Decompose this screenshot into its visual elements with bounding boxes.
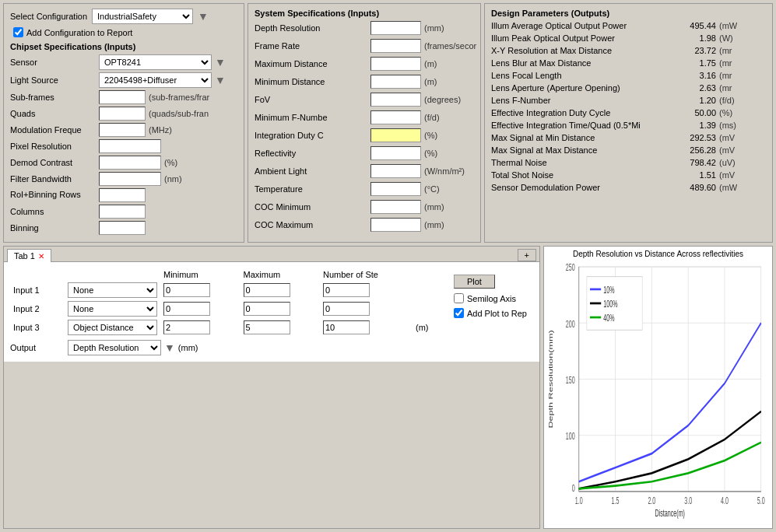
min-dist-unit: (m) bbox=[424, 77, 437, 86]
min-dist-row: Minimum Distance 1.000 (m) bbox=[255, 75, 474, 89]
light-source-select[interactable]: 22045498+Diffuser bbox=[99, 72, 212, 88]
input-max-2[interactable] bbox=[244, 320, 290, 334]
max-dist-unit: (m) bbox=[424, 59, 437, 68]
input-row-1: Input 2 None bbox=[10, 299, 441, 318]
output-value-13: 489.60 bbox=[673, 183, 716, 192]
input-steps-1[interactable] bbox=[323, 302, 370, 316]
output-label-6: Lens F-Number bbox=[491, 96, 670, 105]
input-min-1[interactable] bbox=[163, 302, 210, 316]
max-dist-input[interactable]: 5.000 bbox=[370, 57, 421, 71]
output-row-9: Max Signal at Min Distance 292.53 (mV bbox=[491, 133, 766, 142]
demod-row: Demod Contrast 26.20 (%) bbox=[10, 156, 237, 170]
rows-input[interactable]: 240 bbox=[99, 188, 146, 202]
config-dropdown-icon[interactable]: ▼ bbox=[198, 10, 209, 23]
coc-max-input[interactable]: 100.000 bbox=[370, 218, 421, 232]
output-unit-0: (mW bbox=[719, 21, 737, 30]
coc-min-label: COC Minimum bbox=[255, 202, 367, 212]
temp-input[interactable]: 25.000 bbox=[370, 182, 421, 196]
cols-input[interactable]: 320 bbox=[99, 205, 146, 219]
max-dist-row: Maximum Distance 5.000 (m) bbox=[255, 57, 474, 71]
col-header-empty bbox=[10, 268, 65, 281]
input-min-2[interactable] bbox=[163, 320, 210, 334]
quads-input[interactable]: 6 bbox=[99, 107, 146, 121]
min-dist-input[interactable]: 1.000 bbox=[370, 75, 421, 89]
chipset-title: Chipset Specifications (Inputs) bbox=[10, 42, 237, 51]
right-controls: Plot Semilog Axis Add Plot to Rep bbox=[448, 268, 533, 355]
tab-content: Minimum Maximum Number of Ste Input 1 No… bbox=[4, 261, 539, 362]
filterbw-label: Filter Bandwidth bbox=[10, 174, 96, 184]
add-config-row: Add Configuration to Report bbox=[13, 27, 237, 37]
quads-unit: (quads/sub-fran bbox=[149, 109, 209, 118]
input-row-0: Input 1 None bbox=[10, 281, 441, 299]
reflectivity-input[interactable]: 40.000 bbox=[370, 146, 421, 160]
subframes-label: Sub-frames bbox=[10, 93, 96, 102]
input-max-1[interactable] bbox=[244, 302, 290, 316]
integ-duty-unit: (%) bbox=[424, 131, 437, 140]
input-max-0[interactable] bbox=[244, 283, 290, 297]
semilog-checkbox[interactable] bbox=[454, 293, 464, 303]
depth-res-row: Depth Resolution 250.000 (mm) bbox=[255, 21, 474, 35]
max-dist-label: Maximum Distance bbox=[255, 59, 367, 68]
tab-1-close[interactable]: ✕ bbox=[38, 252, 44, 261]
tab-1[interactable]: Tab 1 ✕ bbox=[7, 249, 51, 262]
ambient-row: Ambient Light 0.100 (W/nm/m²) bbox=[255, 164, 474, 178]
svg-text:1.0: 1.0 bbox=[575, 495, 583, 506]
pixres-input[interactable]: 240 x 320 bbox=[99, 139, 161, 153]
output-unit-11: (uV) bbox=[719, 158, 736, 167]
coc-min-unit: (mm) bbox=[424, 202, 444, 212]
input-dropdown-1[interactable]: None bbox=[68, 301, 157, 317]
svg-text:4.0: 4.0 bbox=[721, 495, 729, 506]
input-steps-0[interactable] bbox=[323, 283, 370, 297]
chart-panel: Depth Resolution vs Distance Across refl… bbox=[543, 246, 773, 529]
input-min-0[interactable] bbox=[163, 283, 210, 297]
output-row-13: Sensor Demodulation Power 489.60 (mW bbox=[491, 183, 766, 192]
output-row-1: Illum Peak Optical Output Power 1.98 (W) bbox=[491, 33, 766, 43]
subframes-input[interactable]: 2 bbox=[99, 90, 146, 104]
svg-text:150: 150 bbox=[566, 375, 575, 386]
temp-label: Temperature bbox=[255, 184, 367, 194]
tab-add-button[interactable]: + bbox=[518, 249, 536, 261]
output-row-0: Illum Average Optical Output Power 495.4… bbox=[491, 21, 766, 30]
output-unit-8: (ms) bbox=[719, 121, 736, 130]
depth-chart: 250 200 150 100 0 1.0 1.5 2.0 3.0 4.0 5.… bbox=[547, 260, 769, 520]
binning-input[interactable]: 1 bbox=[99, 221, 146, 235]
input-steps-2[interactable] bbox=[323, 320, 370, 334]
input-row-2: Input 3 Object Distance (m) bbox=[10, 318, 441, 337]
demod-label: Demod Contrast bbox=[10, 158, 96, 167]
fov-label: FoV bbox=[255, 95, 367, 104]
output-row-6: Lens F-Number 1.20 (f/d) bbox=[491, 96, 766, 105]
output-row-5: Lens Aperture (Aperture Opening) 2.63 (m… bbox=[491, 83, 766, 93]
output-dropdown[interactable]: Depth Resolution bbox=[68, 340, 161, 355]
coc-min-input[interactable]: 100.000 bbox=[370, 200, 421, 214]
input-unit-2: (m) bbox=[413, 318, 441, 337]
add-config-checkbox[interactable] bbox=[13, 27, 23, 37]
config-select[interactable]: IndustrialSafety bbox=[92, 9, 193, 24]
frame-rate-input[interactable]: 30.000 bbox=[370, 39, 421, 53]
input-dropdown-2[interactable]: Object Distance bbox=[68, 320, 157, 335]
output-label-4: Lens Focal Length bbox=[491, 71, 670, 80]
col-header-max: Maximum bbox=[241, 268, 321, 281]
integ-duty-input[interactable]: 50.000 bbox=[370, 128, 421, 142]
output-value-5: 2.63 bbox=[673, 83, 716, 93]
depth-res-input[interactable]: 250.000 bbox=[370, 21, 421, 35]
output-dropdown-icon[interactable]: ▼ bbox=[164, 341, 175, 354]
cols-label: Columns bbox=[10, 207, 96, 216]
modfreq-input[interactable]: 75.000 bbox=[99, 123, 146, 137]
depth-res-label: Depth Resolution bbox=[255, 23, 367, 33]
min-dist-label: Minimum Distance bbox=[255, 77, 367, 86]
sensor-select[interactable]: OPT8241 bbox=[99, 54, 212, 70]
fov-input[interactable]: 87.000 bbox=[370, 93, 421, 107]
input-dropdown-0[interactable]: None bbox=[68, 282, 157, 298]
output-label-1: Illum Peak Optical Output Power bbox=[491, 33, 670, 43]
output-unit-7: (%) bbox=[719, 108, 732, 117]
add-plot-checkbox[interactable] bbox=[454, 308, 464, 318]
temp-unit: (°C) bbox=[424, 184, 440, 194]
reflectivity-label: Reflectivity bbox=[255, 149, 367, 158]
ambient-unit: (W/nm/m²) bbox=[424, 166, 465, 176]
cols-row: Columns 320 bbox=[10, 205, 237, 219]
ambient-input[interactable]: 0.100 bbox=[370, 164, 421, 178]
fov-row: FoV 87.000 (degrees) bbox=[255, 93, 474, 107]
plot-button[interactable]: Plot bbox=[454, 275, 495, 289]
input-label-2: Input 3 bbox=[10, 318, 65, 337]
min-fnum-input[interactable]: 1.200 bbox=[370, 110, 421, 124]
